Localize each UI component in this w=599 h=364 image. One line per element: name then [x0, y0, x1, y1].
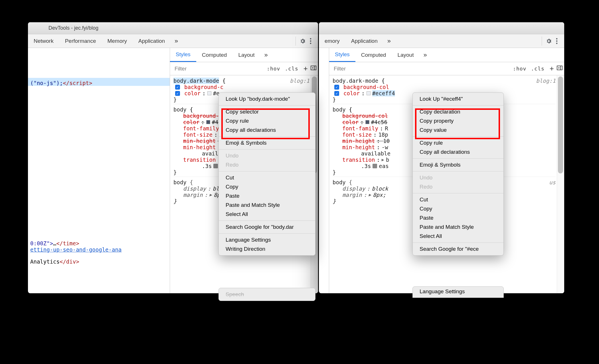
styles-filter-input[interactable]: [331, 66, 511, 72]
context-menu-value[interactable]: Look Up "#eceff4" Copy declaration Copy …: [412, 92, 504, 256]
ctx-lookup[interactable]: Look Up "body.dark-mode": [219, 94, 315, 104]
tab-overflow-icon[interactable]: »: [171, 37, 182, 45]
tab-styles[interactable]: Styles: [329, 48, 355, 62]
tab-network[interactable]: Network: [28, 34, 59, 48]
elements-tree-pane[interactable]: ("no-js");</script​> 0:00Z">…</time> ett…: [28, 48, 170, 293]
tab-application[interactable]: Application: [133, 34, 171, 48]
styles-tab-overflow-icon[interactable]: »: [260, 51, 272, 59]
sidebar-toggle-icon[interactable]: [311, 65, 316, 72]
css-selector[interactable]: body: [173, 179, 187, 185]
cls-toggle[interactable]: .cls: [282, 66, 300, 72]
ctx-lookup[interactable]: Look Up "#eceff4": [413, 94, 503, 104]
ctx-cut[interactable]: Cut: [413, 195, 503, 204]
gear-icon[interactable]: [299, 37, 307, 45]
css-selector[interactable]: body.dark-mode: [173, 78, 219, 84]
kebab-icon[interactable]: [553, 37, 561, 45]
svg-point-1: [310, 40, 311, 42]
hov-toggle[interactable]: :hov: [264, 66, 282, 72]
ctx-paste[interactable]: Paste: [219, 191, 315, 201]
tab-overflow-icon[interactable]: »: [383, 37, 395, 45]
color-swatch-icon[interactable]: [365, 120, 369, 124]
expand-caret-icon[interactable]: ▶: [209, 192, 212, 197]
css-selector[interactable]: body: [173, 106, 187, 113]
dom-line-analytics[interactable]: Analytics</div>: [30, 258, 167, 265]
ctx-copy-value[interactable]: Copy value: [413, 126, 503, 135]
ctx-separator: [413, 171, 503, 171]
tab-computed[interactable]: Computed: [355, 48, 392, 62]
tab-memory-clipped[interactable]: emory: [319, 34, 345, 48]
dom-line-script-close[interactable]: ("no-js");</script​>: [30, 80, 167, 86]
css-selector[interactable]: body: [333, 106, 346, 113]
css-source-link[interactable]: blog:1: [290, 78, 309, 84]
ctx-copy[interactable]: Copy: [413, 204, 503, 213]
css-source-link[interactable]: blog:1: [536, 78, 556, 84]
tab-memory[interactable]: Memory: [102, 34, 133, 48]
ctx-language-settings[interactable]: Language Settings: [219, 235, 315, 244]
styles-tabbar: Styles Computed Layout »: [170, 48, 318, 62]
color-swatch-icon[interactable]: [206, 120, 210, 124]
context-menu-selector[interactable]: Look Up "body.dark-mode" Copy selector C…: [218, 92, 315, 256]
window-titlebar[interactable]: DevTools - jec.fyi/blog: [28, 22, 318, 34]
window-titlebar[interactable]: [319, 22, 564, 34]
ctx-copy-all-declarations[interactable]: Copy all declarations: [413, 147, 503, 157]
ctx-separator: [219, 149, 315, 149]
context-menu-partial: Language Settings: [412, 286, 504, 298]
hov-toggle[interactable]: :hov: [511, 66, 529, 72]
css-declaration[interactable]: background-col: [333, 84, 556, 90]
ctx-paste-match[interactable]: Paste and Match Style: [219, 201, 315, 210]
ctx-copy-property[interactable]: Copy property: [413, 116, 503, 126]
tab-layout[interactable]: Layout: [232, 48, 260, 62]
dom-line-time[interactable]: 0:00Z">…</time>: [30, 240, 167, 246]
ctx-search-google[interactable]: Search Google for "body.dar: [219, 223, 315, 232]
window-title: DevTools - jec.fyi/blog: [48, 25, 98, 31]
ctx-paste-match[interactable]: Paste and Match Style: [413, 223, 503, 232]
easing-icon[interactable]: [373, 164, 377, 168]
ctx-select-all[interactable]: Select All: [219, 210, 315, 219]
expand-caret-icon[interactable]: ▶: [369, 192, 371, 197]
ctx-cut[interactable]: Cut: [219, 173, 315, 182]
ctx-copy-declaration[interactable]: Copy declaration: [413, 107, 503, 116]
tab-computed[interactable]: Computed: [196, 48, 233, 62]
color-swatch-icon[interactable]: [207, 91, 211, 95]
ctx-copy-rule[interactable]: Copy rule: [413, 138, 503, 147]
expand-caret-icon[interactable]: ▶: [382, 157, 384, 162]
tab-layout[interactable]: Layout: [392, 48, 419, 62]
declaration-toggle-checkbox[interactable]: [175, 91, 180, 96]
css-selector[interactable]: body: [333, 179, 346, 185]
kebab-icon[interactable]: [307, 37, 315, 45]
css-selector[interactable]: body.dark-mode: [333, 78, 378, 84]
ctx-copy[interactable]: Copy: [219, 182, 315, 191]
ctx-writing-direction[interactable]: Writing Direction: [219, 244, 315, 254]
declaration-toggle-checkbox[interactable]: [175, 85, 180, 90]
ctx-search-google[interactable]: Search Google for "#ece: [413, 244, 503, 254]
styles-filter-input[interactable]: [172, 66, 264, 72]
ctx-copy-selector[interactable]: Copy selector: [219, 107, 315, 116]
tab-styles[interactable]: Styles: [170, 48, 196, 62]
ctx-undo: Undo: [413, 173, 503, 182]
ctx-separator: [219, 171, 315, 171]
ctx-emoji[interactable]: Emoji & Symbols: [413, 160, 503, 169]
ctx-select-all[interactable]: Select All: [413, 232, 503, 241]
declaration-toggle-checkbox[interactable]: [334, 91, 339, 96]
main-toolbar: Network Performance Memory Application »: [28, 34, 318, 48]
tab-performance[interactable]: Performance: [59, 34, 102, 48]
sidebar-toggle-icon[interactable]: [557, 65, 562, 72]
dom-line-link[interactable]: etting-up-seo-and-google-ana: [30, 246, 167, 253]
ctx-copy-all-declarations[interactable]: Copy all declarations: [219, 126, 315, 135]
ctx-paste[interactable]: Paste: [413, 213, 503, 223]
styles-scrollbar-thumb[interactable]: [558, 76, 563, 173]
gear-icon[interactable]: [545, 37, 553, 45]
color-swatch-icon[interactable]: [367, 91, 371, 95]
css-declaration[interactable]: background-c: [173, 84, 309, 90]
declaration-toggle-checkbox[interactable]: [334, 85, 339, 90]
styles-scrollbar[interactable]: [557, 75, 564, 293]
new-rule-button[interactable]: +: [301, 64, 311, 73]
tab-application[interactable]: Application: [345, 34, 383, 48]
ctx-copy-rule[interactable]: Copy rule: [219, 116, 315, 126]
ctx-emoji[interactable]: Emoji & Symbols: [219, 138, 315, 147]
cls-toggle[interactable]: .cls: [529, 66, 547, 72]
new-rule-button[interactable]: +: [547, 64, 557, 73]
css-source-link[interactable]: us: [549, 179, 556, 185]
styles-tab-overflow-icon[interactable]: »: [419, 51, 431, 59]
easing-icon[interactable]: [213, 164, 218, 168]
